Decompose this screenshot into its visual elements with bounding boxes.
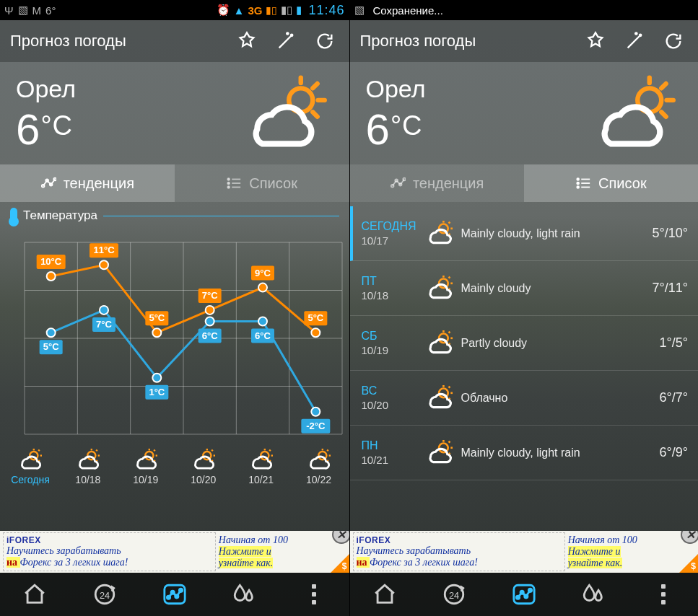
forecast-date: 10/21	[362, 454, 418, 466]
cloud-sun-icon	[188, 449, 219, 472]
cloud-sun-icon	[418, 221, 461, 247]
refresh-button[interactable]	[310, 31, 339, 51]
svg-point-94	[524, 595, 527, 598]
weather-icon	[581, 75, 682, 154]
tab-trend[interactable]: тенденция	[0, 164, 175, 202]
day-column[interactable]: 10/21	[232, 449, 290, 485]
svg-point-76	[179, 589, 182, 591]
forecast-dow: СБ	[362, 330, 418, 343]
svg-text:5°C: 5°C	[43, 341, 59, 352]
current-temp: 6°C	[16, 105, 232, 154]
day-column[interactable]: Сегодня	[1, 449, 59, 485]
svg-point-11	[287, 32, 288, 34]
wifi-icon: ▲	[234, 4, 245, 17]
magic-button[interactable]	[620, 31, 649, 51]
nav-more[interactable]	[279, 573, 349, 616]
refresh-button[interactable]	[659, 31, 688, 51]
forecast-row[interactable]: ПТ 10/18 Mainly cloudy 7°/11°	[350, 261, 699, 316]
forecast-row[interactable]: ПН 10/21 Mainly cloudy, light rain 6°/9°	[350, 426, 699, 480]
forecast-desc: Partly cloudy	[461, 336, 660, 350]
ad-banner[interactable]: iFOREX Научитесь зарабатывать на Форекс …	[0, 531, 349, 573]
magic-button[interactable]	[271, 31, 300, 51]
status-bar: ▧ Сохранение...	[350, 0, 699, 20]
current-weather: Орел 6°C	[0, 62, 349, 164]
image-icon: ▧	[18, 4, 28, 17]
nav-trend[interactable]	[139, 573, 209, 616]
svg-point-95	[528, 589, 531, 591]
svg-point-40	[152, 328, 161, 337]
forecast-date: 10/18	[362, 289, 418, 302]
forecast-row[interactable]: СБ 10/19 Partly cloudy 1°/5°	[350, 316, 699, 371]
cloud-sun-icon	[130, 449, 162, 472]
ad-r1: Начиная от 100	[219, 534, 344, 546]
ad-line1: Научитесь зарабатывать	[357, 545, 562, 557]
tab-list[interactable]: Список	[175, 164, 349, 202]
bottom-nav: 24	[0, 573, 349, 616]
nav-home[interactable]	[350, 573, 420, 616]
forecast-row[interactable]: СЕГОДНЯ 10/17 Mainly cloudy, light rain …	[350, 206, 699, 261]
ad-banner[interactable]: iFOREX Научитесь зарабатывать на Форекс …	[350, 531, 699, 573]
chart-title: Температура	[23, 208, 97, 223]
svg-point-10	[291, 35, 292, 36]
cloud-sun-icon	[418, 385, 461, 411]
premium-button[interactable]	[232, 31, 261, 51]
nav-home[interactable]	[0, 573, 70, 616]
nav-precip[interactable]	[209, 573, 279, 616]
nav-24h[interactable]: 24	[419, 573, 489, 616]
premium-button[interactable]	[581, 31, 610, 51]
nav-24h[interactable]: 24	[70, 573, 140, 616]
promo-corner-icon[interactable]	[331, 554, 349, 573]
day-column[interactable]: 10/18	[59, 449, 117, 485]
tab-trend-label: тенденция	[413, 175, 484, 192]
battery-icon: ▮	[296, 4, 302, 17]
svg-point-49	[311, 328, 320, 337]
tab-trend[interactable]: тенденция	[350, 164, 524, 202]
forecast-temps: 5°/10°	[653, 226, 688, 241]
svg-point-16	[228, 178, 230, 180]
forecast-date: 10/17	[362, 234, 418, 247]
day-column[interactable]: 10/22	[290, 449, 348, 485]
svg-point-58	[152, 374, 161, 382]
svg-point-85	[577, 182, 579, 185]
temperature-chart: Температура 10°C11°C5°C7°C9°C5°C5°C7°C1°…	[0, 202, 349, 444]
tab-list-label: Список	[598, 175, 647, 192]
forecast-dow: ПТ	[362, 275, 418, 288]
svg-point-55	[100, 306, 108, 314]
forecast-list: СЕГОДНЯ 10/17 Mainly cloudy, light rain …	[350, 202, 699, 480]
day-label: 10/22	[306, 474, 331, 485]
alarm-icon: ⏰	[217, 4, 230, 17]
clock: 11:46	[308, 3, 344, 18]
svg-point-73	[167, 596, 170, 599]
svg-text:7°C: 7°C	[202, 290, 218, 301]
svg-point-64	[258, 317, 267, 326]
city-name: Орел	[366, 75, 582, 103]
forecast-temps: 6°/7°	[660, 390, 688, 405]
phone-screenshot-list: ▧ Сохранение... Прогноз погоды Орел 6°C	[349, 0, 699, 616]
svg-text:7°C: 7°C	[96, 319, 112, 330]
svg-text:6°C: 6°C	[255, 330, 271, 341]
promo-corner-icon[interactable]	[679, 554, 698, 573]
nav-more[interactable]	[629, 573, 699, 616]
svg-point-61	[206, 317, 214, 326]
day-column[interactable]: 10/20	[175, 449, 232, 485]
usb-icon: Ψ	[4, 4, 14, 17]
ad-r1: Начиная от 100	[568, 534, 692, 546]
view-tabs: тенденция Список	[350, 164, 699, 202]
nav-trend[interactable]	[489, 573, 559, 616]
forecast-row[interactable]: ВС 10/20 Облачно 6°/7°	[350, 371, 699, 426]
svg-text:1°C: 1°C	[149, 387, 165, 397]
svg-point-46	[258, 283, 267, 292]
network-indicator: 3G	[248, 4, 262, 17]
svg-text:5°C: 5°C	[307, 312, 323, 323]
svg-point-75	[175, 595, 178, 598]
cloud-sun-icon	[14, 449, 46, 472]
nav-precip[interactable]	[559, 573, 629, 616]
forecast-desc: Mainly cloudy	[461, 281, 653, 295]
tab-list[interactable]: Список	[524, 164, 698, 202]
thermometer-icon	[10, 208, 17, 224]
day-column[interactable]: 10/19	[117, 449, 175, 485]
tab-trend-label: тенденция	[64, 175, 134, 192]
svg-text:5°C: 5°C	[149, 312, 165, 323]
svg-point-93	[520, 591, 523, 594]
ad-brand: iFOREX	[6, 535, 212, 545]
